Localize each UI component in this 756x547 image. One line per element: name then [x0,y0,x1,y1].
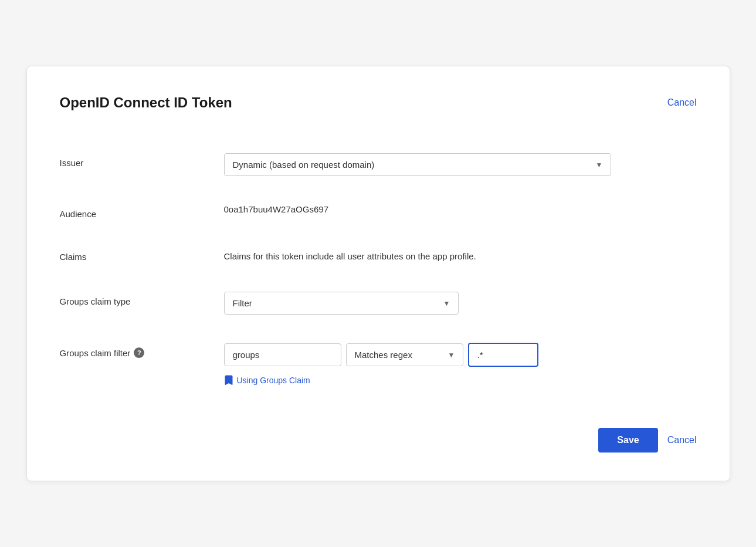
issuer-label: Issuer [60,153,224,168]
dialog: OpenID Connect ID Token Cancel Issuer Dy… [26,66,730,481]
issuer-row: Issuer Dynamic (based on request domain)… [60,139,697,190]
audience-row: Audience 0oa1h7buu4W27aOGs697 [60,190,697,233]
form-rows: Issuer Dynamic (based on request domain)… [60,139,697,400]
groups-claim-filter-regex-input[interactable] [468,343,538,367]
issuer-field: Dynamic (based on request domain) Org UR… [224,153,697,176]
groups-claim-type-select[interactable]: Filter Expression None [224,292,459,315]
audience-label: Audience [60,204,224,219]
claims-text: Claims for this token include all user a… [224,247,599,264]
issuer-select-wrapper: Dynamic (based on request domain) Org UR… [224,153,611,176]
footer-cancel-link[interactable]: Cancel [667,435,697,445]
audience-field: 0oa1h7buu4W27aOGs697 [224,204,697,215]
dialog-header: OpenID Connect ID Token Cancel [60,94,697,111]
groups-claim-type-label: Groups claim type [60,292,224,306]
groups-claim-type-row: Groups claim type Filter Expression None… [60,278,697,329]
dialog-footer: Save Cancel [60,428,697,453]
filter-group: Matches regex Starts with Equals Contain… [224,343,697,367]
groups-claim-filter-name-input[interactable] [224,343,341,366]
audience-value: 0oa1h7buu4W27aOGs697 [224,200,328,214]
using-groups-claim-label: Using Groups Claim [237,376,310,385]
groups-claim-type-select-wrapper: Filter Expression None ▼ [224,292,459,315]
groups-claim-filter-label: Groups claim filter ? [60,343,224,358]
claims-label: Claims [60,247,224,262]
issuer-select[interactable]: Dynamic (based on request domain) Org UR… [224,153,611,176]
claims-field: Claims for this token include all user a… [224,247,697,264]
groups-claim-filter-type-select[interactable]: Matches regex Starts with Equals Contain… [346,343,463,366]
bookmark-icon [224,375,233,386]
claims-row: Claims Claims for this token include all… [60,233,697,278]
using-groups-claim-link[interactable]: Using Groups Claim [224,375,697,386]
groups-claim-filter-help-icon[interactable]: ? [134,347,144,358]
groups-claim-type-field: Filter Expression None ▼ [224,292,697,315]
header-cancel-link[interactable]: Cancel [667,97,697,108]
save-button[interactable]: Save [598,428,657,453]
dialog-title: OpenID Connect ID Token [60,94,232,111]
filter-select-wrapper: Matches regex Starts with Equals Contain… [346,343,463,366]
groups-claim-filter-field: Matches regex Starts with Equals Contain… [224,343,697,386]
groups-claim-filter-row: Groups claim filter ? Matches regex Star… [60,329,697,400]
